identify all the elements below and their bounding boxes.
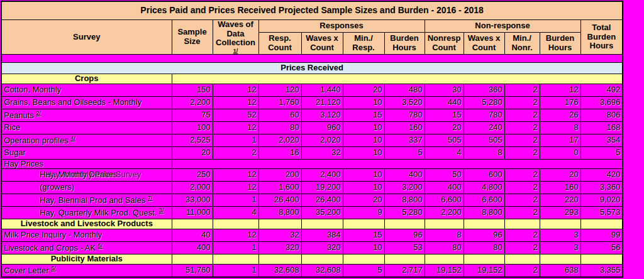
value-cell: 2,200 xyxy=(172,96,213,109)
value-cell: 2 xyxy=(504,265,540,278)
value-cell: 75 xyxy=(172,109,213,121)
value-cell: 2 xyxy=(213,146,258,159)
survey-cell: Grains, Beans and Oilseeds - Monthly xyxy=(1,96,172,109)
burden-table: Prices Paid and Prices Received Projecte… xyxy=(1,1,623,278)
value-cell: 10 xyxy=(343,96,384,109)
value-cell: 2 xyxy=(504,84,540,96)
value-cell: 440 xyxy=(425,96,464,109)
section-band-cell xyxy=(343,254,384,265)
value-cell: 12 xyxy=(213,121,258,134)
value-cell: 400 xyxy=(425,182,464,194)
value-cell: 2,717 xyxy=(384,265,425,278)
value-cell: 2 xyxy=(504,229,540,242)
value-cell: 2 xyxy=(504,207,540,219)
spacer-row-cell xyxy=(1,54,623,62)
value-cell: 240 xyxy=(464,121,504,134)
section-band-cell xyxy=(540,254,580,265)
value-cell: 176 xyxy=(540,96,580,109)
value-cell: 1,440 xyxy=(301,84,343,96)
value-cell: 600 xyxy=(464,169,504,182)
value-cell: 320 xyxy=(258,242,301,254)
value-cell: 17 xyxy=(540,134,580,146)
value-cell: 200 xyxy=(258,169,301,182)
section-band-cell xyxy=(580,254,623,265)
section-band-cell xyxy=(425,254,464,265)
group-header-responses: Responses xyxy=(258,20,425,33)
section-band-cell xyxy=(384,254,425,265)
col-header-waves: Waves of Data Collection1/ xyxy=(213,20,258,55)
col-header-nonresp-waves-x-count: Waves x Count xyxy=(464,32,504,54)
waves-label: Waves of Data Collection xyxy=(216,20,255,48)
value-cell: 60 xyxy=(258,109,301,121)
value-cell: 505 xyxy=(464,134,504,146)
value-cell: 8,800 xyxy=(384,194,425,207)
section-band-cell xyxy=(504,254,540,265)
value-cell: 120 xyxy=(258,84,301,96)
value-cell: 2,200 xyxy=(425,207,464,219)
value-cell: 51,760 xyxy=(172,265,213,278)
value-cell: 3 xyxy=(540,229,580,242)
value-cell: 16 xyxy=(258,146,301,159)
value-cell: 5 xyxy=(343,265,384,278)
value-cell: 8 xyxy=(540,121,580,134)
footnote-mark: 5/ xyxy=(51,265,56,271)
value-cell: 32 xyxy=(301,146,343,159)
value-cell: 32 xyxy=(258,229,301,242)
value-cell: 20 xyxy=(343,194,384,207)
value-cell: 40 xyxy=(172,229,213,242)
value-cell: 20 xyxy=(172,146,213,159)
value-cell: 4 xyxy=(425,146,464,159)
value-cell: 5 xyxy=(384,146,425,159)
value-cell: 337 xyxy=(384,134,425,146)
table-row: Hay, Biennial Prod and Sales 7/33,000126… xyxy=(1,194,623,207)
table-row: Hay Prices xyxy=(1,159,623,169)
value-cell: 15 xyxy=(343,229,384,242)
value-cell: 2 xyxy=(504,194,540,207)
section-band-cell xyxy=(258,219,301,229)
value-cell: 806 xyxy=(580,109,623,121)
value-cell: 5,280 xyxy=(384,207,425,219)
value-cell: 10 xyxy=(343,121,384,134)
value-cell: 52 xyxy=(213,109,258,121)
value-cell: 8 xyxy=(464,146,504,159)
value-cell: 50 xyxy=(425,169,464,182)
section-band-cell xyxy=(258,254,301,265)
value-cell: 80 xyxy=(464,242,504,254)
value-cell: 12 xyxy=(213,169,258,182)
value-cell: 250 xyxy=(172,169,213,182)
value-cell: 400 xyxy=(384,169,425,182)
value-cell: 2 xyxy=(504,134,540,146)
table-row: Hay, Monthly DealersHay, Monthly Price S… xyxy=(1,169,623,182)
table-row: Crops xyxy=(1,74,623,84)
survey-cell: Livestock and Crops - AK 5/ xyxy=(1,242,172,254)
value-cell: 2,000 xyxy=(172,182,213,194)
table-body: Prices ReceivedCropsCotton, Monthly15012… xyxy=(1,54,623,277)
value-cell: 2 xyxy=(504,169,540,182)
value-cell: 1 xyxy=(213,265,258,278)
value-cell: 8,800 xyxy=(464,207,504,219)
section-band-cell xyxy=(301,254,343,265)
section-band-cell xyxy=(540,219,580,229)
document-page: Prices Paid and Prices Received Projecte… xyxy=(1,1,623,278)
group-fill xyxy=(172,159,623,169)
value-cell: 1 xyxy=(213,242,258,254)
section-band-cell xyxy=(425,219,464,229)
value-cell: 780 xyxy=(384,109,425,121)
survey-cell: Rice xyxy=(1,121,172,134)
value-cell: 80 xyxy=(425,242,464,254)
value-cell: 96 xyxy=(464,229,504,242)
value-cell: 2,525 xyxy=(172,134,213,146)
value-cell: 3,355 xyxy=(580,265,623,278)
section-band-label: Crops xyxy=(1,74,172,84)
overlap-text-layer: Hay, Monthly Price Survey xyxy=(45,170,141,180)
value-cell: 20 xyxy=(540,169,580,182)
value-cell: 3,200 xyxy=(384,182,425,194)
value-cell: 100 xyxy=(172,121,213,134)
value-cell: 3,696 xyxy=(580,96,623,109)
value-cell: 384 xyxy=(301,229,343,242)
value-cell: 5,280 xyxy=(464,96,504,109)
survey-cell: Cover Letter 5/ xyxy=(1,265,172,278)
value-cell: 8,800 xyxy=(258,207,301,219)
value-cell: 220 xyxy=(540,194,580,207)
section-band-cell xyxy=(504,219,540,229)
